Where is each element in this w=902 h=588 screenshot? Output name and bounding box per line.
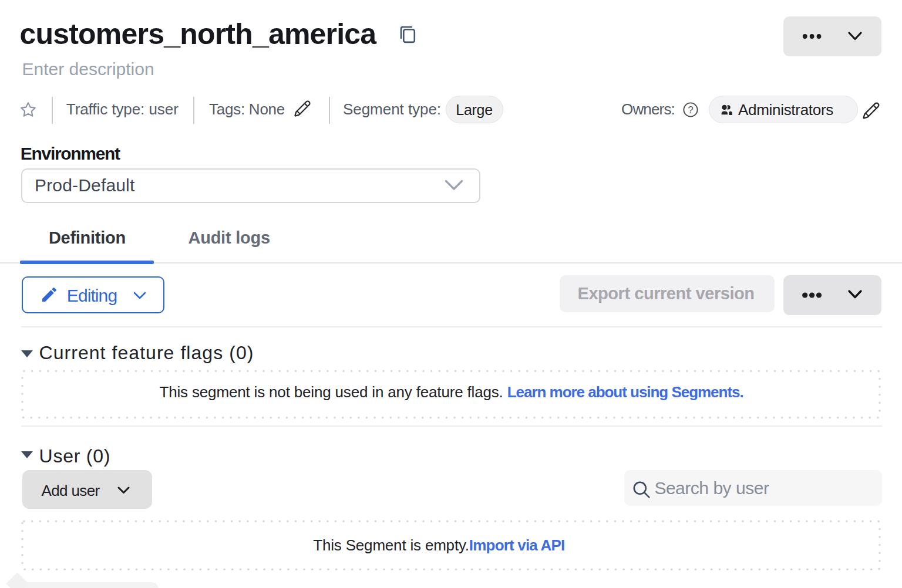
svg-text:?: ? xyxy=(688,104,693,115)
